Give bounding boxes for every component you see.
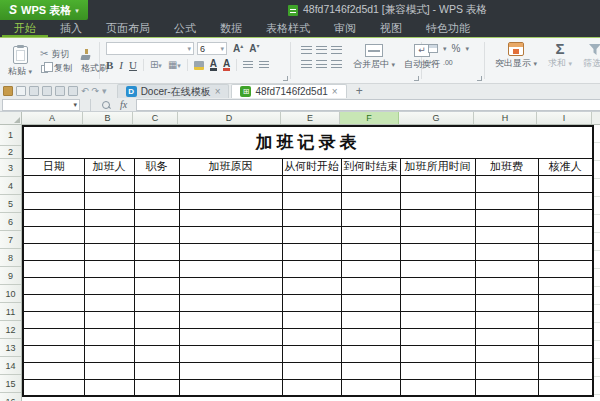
table-cell[interactable] — [400, 328, 475, 345]
export-icon[interactable] — [29, 86, 39, 96]
table-cell[interactable] — [282, 345, 341, 362]
column-header-A[interactable]: A — [22, 112, 83, 124]
table-cell[interactable] — [475, 192, 538, 209]
table-cell[interactable] — [84, 379, 134, 396]
row-header-6[interactable]: 6 — [0, 213, 21, 231]
table-cell[interactable] — [341, 226, 400, 243]
table-cell[interactable] — [282, 192, 341, 209]
table-cell[interactable] — [134, 243, 179, 260]
table-cell[interactable] — [341, 379, 400, 396]
table-cell[interactable] — [475, 362, 538, 379]
table-cell[interactable] — [400, 192, 475, 209]
table-cell[interactable] — [84, 260, 134, 277]
font-size-combobox[interactable]: 6 ▾ — [197, 42, 227, 55]
highlight-color-button[interactable]: A — [223, 59, 230, 71]
row-header-14[interactable]: 14 — [0, 357, 21, 375]
menu-tab-special-features[interactable]: 特色功能 — [414, 20, 482, 37]
table-cell[interactable] — [475, 328, 538, 345]
table-cell[interactable] — [23, 192, 84, 209]
table-cell[interactable] — [23, 328, 84, 345]
close-icon[interactable]: × — [215, 87, 221, 97]
header-cell-person[interactable]: 加班人 — [84, 158, 134, 175]
table-cell[interactable] — [179, 311, 282, 328]
table-cell[interactable] — [400, 260, 475, 277]
menu-tab-home[interactable]: 开始 — [2, 20, 48, 37]
table-cell[interactable] — [23, 209, 84, 226]
header-cell-pay[interactable]: 加班费 — [475, 158, 538, 175]
font-group-expand-button[interactable] — [283, 76, 288, 81]
save-icon[interactable] — [16, 86, 26, 96]
table-cell[interactable] — [475, 175, 538, 192]
table-cell[interactable] — [179, 345, 282, 362]
table-cell[interactable] — [400, 209, 475, 226]
highlight-display-button[interactable]: 突出显示 ▾ — [495, 42, 537, 68]
table-cell[interactable] — [179, 209, 282, 226]
table-cell[interactable] — [475, 243, 538, 260]
row-header-8[interactable]: 8 — [0, 249, 21, 267]
table-cell[interactable] — [400, 243, 475, 260]
row-header-11[interactable]: 11 — [0, 303, 21, 321]
column-header-F[interactable]: F — [340, 112, 399, 124]
table-cell[interactable] — [400, 379, 475, 396]
table-cell[interactable] — [179, 175, 282, 192]
header-cell-end-time[interactable]: 到何时结束 — [341, 158, 400, 175]
table-cell[interactable] — [179, 362, 282, 379]
font-name-combobox[interactable]: ▾ — [106, 42, 194, 55]
table-cell[interactable] — [538, 277, 593, 294]
decrease-font-size-button[interactable]: A▾ — [249, 43, 259, 54]
align-center-button[interactable] — [316, 60, 327, 68]
table-cell[interactable] — [400, 277, 475, 294]
table-cell[interactable] — [341, 243, 400, 260]
table-cell[interactable] — [179, 260, 282, 277]
align-top-button[interactable] — [301, 46, 312, 54]
name-box[interactable]: ▾ — [2, 99, 80, 111]
table-cell[interactable] — [179, 226, 282, 243]
table-cell[interactable] — [475, 226, 538, 243]
table-cell[interactable] — [341, 328, 400, 345]
chevron-down-icon[interactable]: ▾ — [465, 45, 469, 52]
table-title-cell[interactable]: 加班记录表 — [23, 126, 593, 158]
filter-button[interactable]: 筛选 ▾ — [583, 42, 600, 68]
table-cell[interactable] — [282, 243, 341, 260]
column-header-H[interactable]: H — [474, 112, 537, 124]
table-cell[interactable] — [84, 345, 134, 362]
align-right-button[interactable] — [331, 60, 342, 68]
select-all-corner[interactable] — [0, 112, 22, 125]
increase-decimal-button[interactable]: +.0 — [428, 59, 438, 66]
table-cell[interactable] — [84, 294, 134, 311]
sum-button[interactable]: Σ 求和 ▾ — [548, 42, 572, 68]
table-cell[interactable] — [341, 209, 400, 226]
align-middle-button[interactable] — [316, 46, 327, 54]
header-cell-approver[interactable]: 核准人 — [538, 158, 593, 175]
row-header-7[interactable]: 7 — [0, 231, 21, 249]
search-icon[interactable] — [101, 100, 111, 110]
table-cell[interactable] — [538, 294, 593, 311]
table-cell[interactable] — [475, 294, 538, 311]
table-cell[interactable] — [400, 345, 475, 362]
table-cell[interactable] — [475, 209, 538, 226]
table-cell[interactable] — [341, 362, 400, 379]
column-header-C[interactable]: C — [133, 112, 178, 124]
close-icon[interactable]: × — [332, 87, 338, 97]
align-bottom-button[interactable] — [331, 46, 342, 54]
table-cell[interactable] — [282, 277, 341, 294]
print-icon[interactable] — [42, 86, 52, 96]
underline-button[interactable]: U — [129, 60, 137, 71]
table-cell[interactable] — [282, 260, 341, 277]
menu-tab-insert[interactable]: 插入 — [48, 20, 94, 37]
table-cell[interactable] — [23, 243, 84, 260]
table-cell[interactable] — [538, 362, 593, 379]
increase-font-size-button[interactable]: A▴ — [233, 43, 243, 54]
table-cell[interactable] — [538, 192, 593, 209]
table-cell[interactable] — [475, 260, 538, 277]
table-cell[interactable] — [179, 328, 282, 345]
table-cell[interactable] — [341, 345, 400, 362]
align-left-button[interactable] — [301, 60, 312, 68]
table-cell[interactable] — [538, 311, 593, 328]
row-header-10[interactable]: 10 — [0, 285, 21, 303]
table-cell[interactable] — [134, 362, 179, 379]
table-cell[interactable] — [282, 311, 341, 328]
column-header-B[interactable]: B — [83, 112, 133, 124]
table-cell[interactable] — [23, 226, 84, 243]
table-cell[interactable] — [475, 345, 538, 362]
